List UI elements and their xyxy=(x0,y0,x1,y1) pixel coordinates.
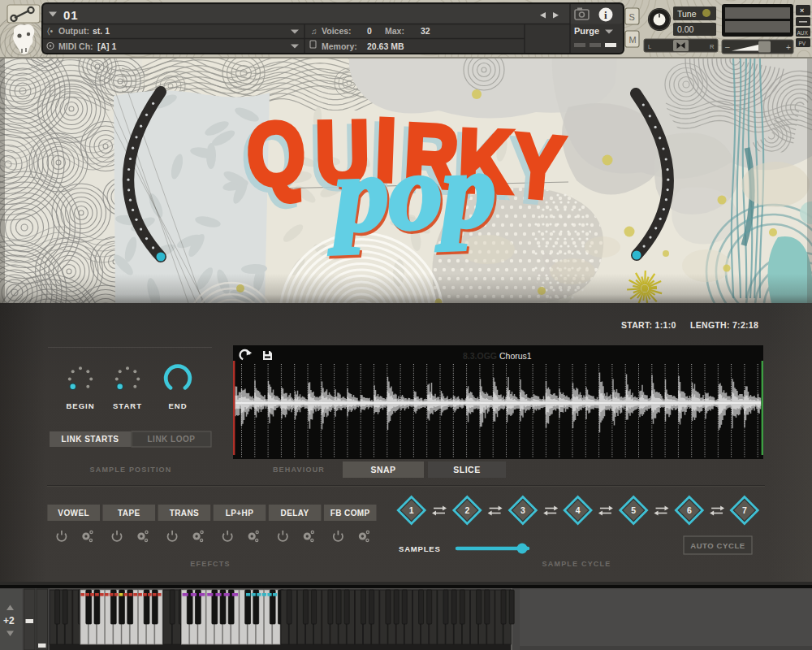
svg-text:LP+HP: LP+HP xyxy=(226,509,254,518)
svg-text:PV: PV xyxy=(799,41,806,46)
svg-text:+: + xyxy=(786,43,791,52)
svg-text:LENGTH: 7:2:18: LENGTH: 7:2:18 xyxy=(690,320,758,330)
svg-text:0.00: 0.00 xyxy=(677,24,694,34)
svg-text:SLICE: SLICE xyxy=(453,465,480,474)
svg-text:AUTO CYCLE: AUTO CYCLE xyxy=(690,541,745,550)
svg-text:R: R xyxy=(710,43,715,50)
svg-text:×: × xyxy=(800,6,804,15)
svg-text:AUX: AUX xyxy=(797,30,809,36)
svg-text:+2: +2 xyxy=(3,615,15,626)
svg-text:5: 5 xyxy=(631,505,636,515)
svg-text:EFEFCTS: EFEFCTS xyxy=(190,560,230,568)
svg-text:Q: Q xyxy=(244,102,308,206)
svg-text:Output:: Output: xyxy=(58,26,89,36)
svg-text:START: 1:1:0: START: 1:1:0 xyxy=(621,320,676,330)
svg-text:L: L xyxy=(648,43,651,50)
svg-text:0: 0 xyxy=(367,26,372,36)
svg-text:2: 2 xyxy=(464,505,469,515)
svg-text:DELAY: DELAY xyxy=(281,509,309,518)
svg-text:TRANS: TRANS xyxy=(170,509,199,518)
svg-text:Voices:: Voices: xyxy=(322,26,352,36)
svg-text:TAPE: TAPE xyxy=(118,509,140,518)
svg-text:SAMPLES: SAMPLES xyxy=(399,544,441,553)
svg-text:01: 01 xyxy=(63,8,79,22)
svg-text:pop: pop xyxy=(325,129,498,254)
svg-text:SNAP: SNAP xyxy=(370,465,395,474)
svg-text:S: S xyxy=(629,12,635,22)
svg-text:END: END xyxy=(168,401,187,410)
svg-text:♫: ♫ xyxy=(311,27,317,36)
svg-text:20.63 MB: 20.63 MB xyxy=(367,41,404,51)
svg-text:SAMPLE POSITION: SAMPLE POSITION xyxy=(89,466,171,474)
svg-text:st. 1: st. 1 xyxy=(93,26,110,36)
svg-text:START: START xyxy=(113,401,142,410)
svg-text:Memory:: Memory: xyxy=(322,41,357,51)
svg-text:BEHAVIOUR: BEHAVIOUR xyxy=(273,466,325,474)
svg-text:4: 4 xyxy=(576,505,581,515)
svg-text:VOWEL: VOWEL xyxy=(58,509,89,518)
svg-text:i: i xyxy=(604,9,607,21)
svg-text:3: 3 xyxy=(520,505,525,515)
svg-text:〈•: 〈• xyxy=(47,26,53,36)
svg-text:FB COMP: FB COMP xyxy=(330,509,370,518)
svg-text:SAMPLE CYCLE: SAMPLE CYCLE xyxy=(542,560,611,568)
svg-text:6: 6 xyxy=(687,505,692,515)
svg-text:32: 32 xyxy=(421,26,430,36)
svg-text:LINK LOOP: LINK LOOP xyxy=(148,435,196,444)
svg-text:LINK STARTS: LINK STARTS xyxy=(62,435,119,444)
svg-text:Max:: Max: xyxy=(385,26,404,36)
svg-text:Purge: Purge xyxy=(574,26,599,36)
svg-text:BEGIN: BEGIN xyxy=(66,401,94,410)
svg-text:M: M xyxy=(629,35,637,45)
svg-text:[A] 1: [A] 1 xyxy=(97,41,116,51)
svg-text:Tune: Tune xyxy=(677,9,697,19)
svg-text:Y: Y xyxy=(509,115,568,219)
svg-text:7: 7 xyxy=(742,505,747,515)
svg-text:MIDI Ch:: MIDI Ch: xyxy=(58,41,93,51)
svg-text:–: – xyxy=(725,42,730,51)
svg-text:1: 1 xyxy=(409,505,414,515)
